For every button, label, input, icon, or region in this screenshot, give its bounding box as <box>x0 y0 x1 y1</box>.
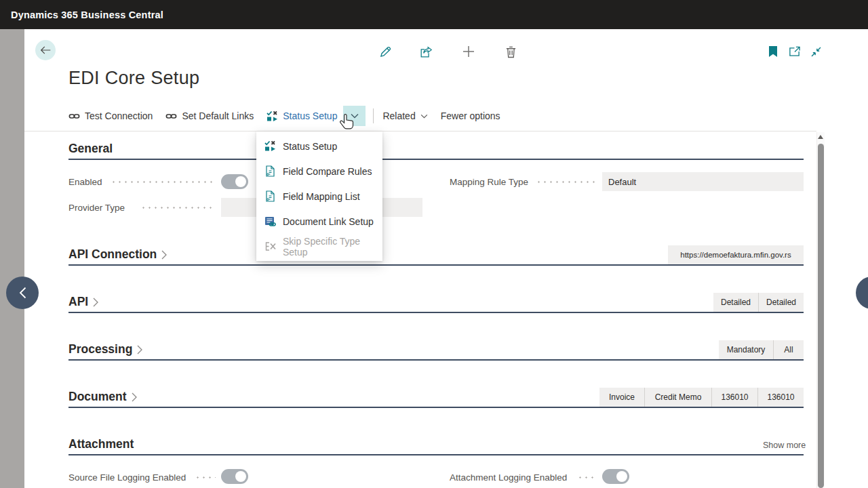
chevron-right-icon <box>161 250 167 260</box>
menu-item-field-mapping-list[interactable]: Field Mapping List <box>256 184 382 209</box>
processing-field[interactable]: Mandatory <box>719 340 773 359</box>
next-record-button[interactable] <box>856 277 868 309</box>
mapping-rule-type-label: Mapping Rule Type <box>450 177 528 187</box>
share-icon[interactable] <box>419 45 433 58</box>
menu-item-document-link-setup[interactable]: Document Link Setup <box>256 209 382 234</box>
section-header-attachment[interactable]: Attachment <box>68 437 134 451</box>
api-summary-fields: Detailed Detailed <box>713 293 804 312</box>
dotted-leader <box>536 181 597 183</box>
action-bar-divider <box>373 108 374 123</box>
status-setup-dropdown-menu: Status Setup Field Compare Rules Field M… <box>256 131 382 261</box>
section-header-processing[interactable]: Processing <box>68 342 142 357</box>
status-setup-icon <box>267 110 278 122</box>
section-header-api[interactable]: API <box>68 295 98 309</box>
related-menu[interactable]: Related <box>382 110 427 121</box>
document-rules-icon <box>264 165 276 177</box>
api-field[interactable]: Detailed <box>713 293 758 312</box>
processing-summary-fields: Mandatory All <box>719 340 804 359</box>
section-underline <box>68 407 804 408</box>
top-navigation-bar: Dynamics 365 Business Central <box>0 0 868 29</box>
link-icon <box>165 110 177 122</box>
status-setup-icon <box>264 140 276 152</box>
app-title[interactable]: Dynamics 365 Business Central <box>11 9 163 20</box>
edit-pencil-icon[interactable] <box>378 45 392 58</box>
document-summary-fields: Invoice Credit Memo 136010 136010 <box>599 388 804 407</box>
document-field[interactable]: Invoice <box>599 388 644 407</box>
section-underline <box>68 159 804 160</box>
section-underline <box>68 264 804 266</box>
status-setup-dropdown-button[interactable] <box>343 106 366 126</box>
dotted-leader <box>195 476 216 479</box>
section-header-document[interactable]: Document <box>68 390 137 404</box>
attachment-logging-toggle[interactable] <box>602 469 629 484</box>
menu-item-skip-specific-type-setup[interactable]: Skip Specific Type Setup <box>256 234 382 259</box>
provider-type-label: Provider Type <box>68 203 125 213</box>
dotted-leader <box>140 207 216 209</box>
collapse-icon[interactable] <box>809 45 823 58</box>
back-arrow-icon <box>40 45 52 55</box>
menu-item-field-compare-rules[interactable]: Field Compare Rules <box>256 159 382 184</box>
chevron-left-icon <box>19 287 26 299</box>
status-setup-action[interactable]: Status Setup <box>267 110 337 122</box>
document-mapping-icon <box>264 190 276 202</box>
section-header-api-connection[interactable]: API Connection <box>68 247 167 262</box>
processing-field[interactable]: All <box>773 340 804 359</box>
mapping-rule-type-field[interactable]: Default <box>602 172 804 191</box>
section-underline <box>68 359 804 361</box>
app-window: Dynamics 365 Business Central EDI SEF ? <box>0 0 868 488</box>
document-link-icon <box>264 216 276 227</box>
api-field[interactable]: Detailed <box>758 293 804 312</box>
api-url-field[interactable]: https://demoefaktura.mfin.gov.rs <box>668 245 804 264</box>
source-file-logging-toggle[interactable] <box>221 469 248 484</box>
open-in-new-window-icon[interactable] <box>787 45 801 58</box>
scrollbar-thumb[interactable] <box>818 144 824 488</box>
section-underline <box>68 312 804 313</box>
delete-trash-icon[interactable] <box>504 45 517 58</box>
page-title: EDI Core Setup <box>68 68 199 89</box>
dotted-leader <box>111 181 216 183</box>
set-default-links-action[interactable]: Set Default Links <box>165 110 254 122</box>
new-plus-icon[interactable] <box>462 45 475 58</box>
background-panel <box>0 29 24 488</box>
fewer-options-action[interactable]: Fewer options <box>441 110 500 121</box>
chevron-right-icon <box>93 298 98 307</box>
attachment-logging-label: Attachment Logging Enabled <box>450 472 567 483</box>
bookmark-icon[interactable] <box>766 45 780 58</box>
link-icon <box>68 110 80 122</box>
document-field[interactable]: 136010 <box>757 388 804 407</box>
enabled-label: Enabled <box>68 177 102 187</box>
test-connection-action[interactable]: Test Connection <box>68 110 153 122</box>
chevron-right-icon <box>132 392 137 402</box>
back-button[interactable] <box>35 40 56 60</box>
enabled-toggle[interactable] <box>221 174 248 189</box>
show-more-link[interactable]: Show more <box>763 441 806 450</box>
previous-record-button[interactable] <box>6 277 39 309</box>
chevron-down-icon <box>420 114 428 119</box>
source-file-logging-label: Source File Logging Enabled <box>68 472 186 483</box>
section-underline <box>68 454 804 455</box>
chevron-down-icon <box>351 113 359 119</box>
action-bar: Test Connection Set Default Links Status… <box>68 105 513 127</box>
action-bar-separator <box>24 131 816 131</box>
menu-item-status-setup[interactable]: Status Setup <box>256 134 382 159</box>
document-field[interactable]: 136010 <box>711 388 757 407</box>
skip-type-icon <box>264 241 276 252</box>
chevron-right-icon <box>137 345 142 354</box>
document-field[interactable]: Credit Memo <box>644 388 711 407</box>
scroll-up-arrow[interactable] <box>818 135 823 139</box>
section-header-general[interactable]: General <box>68 142 113 156</box>
dotted-leader <box>577 476 597 479</box>
